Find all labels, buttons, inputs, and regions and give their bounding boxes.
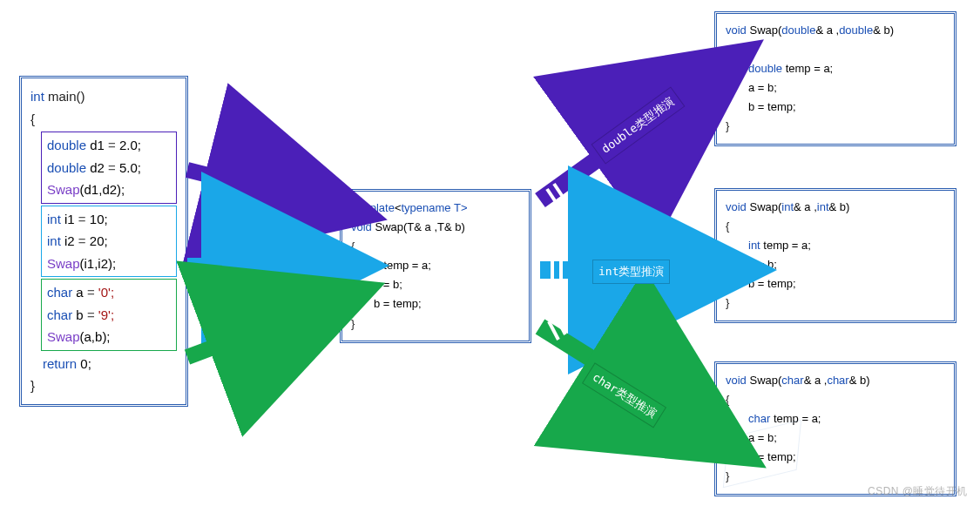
label-int: int类型推演 bbox=[592, 260, 670, 284]
kw-int: int bbox=[30, 89, 44, 104]
main-function-box: int main() { double d1 = 2.0; double d2 … bbox=[19, 76, 188, 407]
swap-int-box: void Swap(int& a ,int& b) { int temp = a… bbox=[714, 188, 956, 323]
arrow-double-to-template bbox=[187, 170, 327, 205]
arrow-template-to-char bbox=[540, 327, 707, 431]
svg-line-7 bbox=[549, 321, 558, 340]
arrow-char-to-template bbox=[187, 305, 327, 357]
swap-double-box: void Swap(double& a ,double& b) { double… bbox=[714, 11, 956, 146]
label-double: double类型推演 bbox=[591, 86, 686, 164]
int-call-block: int i1 = 10; int i2 = 20; Swap(i1,i2); bbox=[41, 206, 177, 278]
svg-line-8 bbox=[556, 316, 565, 334]
template-box: template<typename T> void Swap(T& a ,T& … bbox=[340, 189, 531, 343]
svg-line-4 bbox=[554, 184, 564, 199]
label-char: char类型推演 bbox=[582, 362, 666, 428]
char-call-block: char a = '0'; char b = '9'; Swap(a,b); bbox=[41, 279, 177, 351]
double-call-block: double d1 = 2.0; double d2 = 5.0; Swap(d… bbox=[41, 132, 177, 204]
svg-line-3 bbox=[547, 189, 558, 205]
swap-char-box: void Swap(char& a ,char& b) { char temp … bbox=[714, 361, 956, 496]
